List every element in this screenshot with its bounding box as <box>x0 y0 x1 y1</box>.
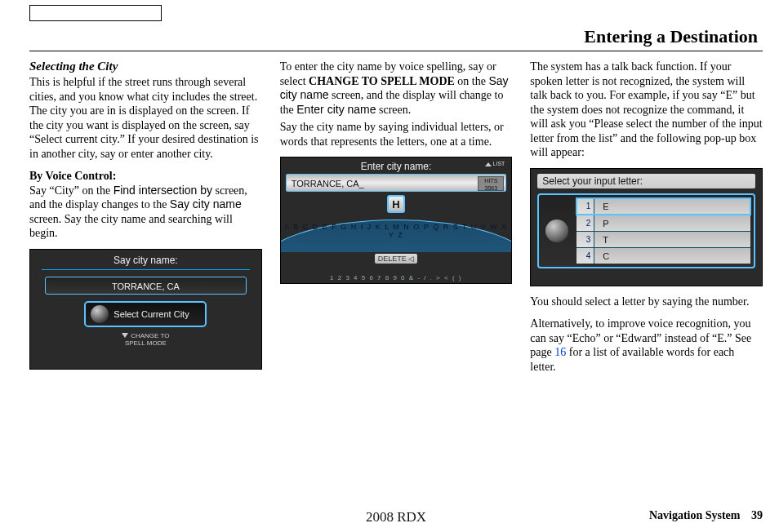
top-empty-box <box>29 5 162 21</box>
fig3-letter-list: 1 E 2 P 3 T 4 C <box>576 198 750 264</box>
col1-p2a: Say “City” on the <box>29 184 114 197</box>
fig3-knob-column <box>542 219 572 242</box>
col2-para1: To enter the city name by voice spelling… <box>280 60 513 117</box>
fig1-bottom-line2: SPELL MODE <box>125 339 167 347</box>
fig1-divider <box>42 269 250 270</box>
col1-para1: This is helpful if the street runs throu… <box>29 75 262 161</box>
col3-para2: You should select a letter by saying the… <box>530 295 763 309</box>
fig2-delete-label: DELETE <box>378 255 407 263</box>
subheading-selecting-city: Selecting the City <box>29 60 262 73</box>
fig1-button-label: Select Current City <box>114 309 189 319</box>
fig1-header: Say city name: <box>37 255 255 266</box>
fig2-hits-box: HITS3063 <box>478 176 504 191</box>
say-city-name-screen-1: Say city name <box>170 197 242 211</box>
fig3-row-letter: T <box>594 232 608 247</box>
fig2-input-value: TORRANCE, CA_ <box>292 179 364 188</box>
by-voice-control-label: By Voice Control: <box>29 170 116 182</box>
triangle-up-icon <box>485 162 492 166</box>
fig2-highlight-letter: H <box>387 195 405 213</box>
fig2-list-indicator: LIST <box>485 161 505 166</box>
fig2-header: Enter city name: <box>286 161 507 172</box>
page-footer: 2008 RDX Navigation System 39 <box>29 509 763 522</box>
fig2-arc-letters: A B C D E F G H I J K L M N O P Q R S T … <box>281 223 512 239</box>
figure-enter-city-name: Enter city name: LIST TORRANCE, CA_ HITS… <box>280 157 513 284</box>
enter-city-name-screen: Enter city name <box>296 103 376 116</box>
fig3-row-letter: C <box>594 248 609 264</box>
fig2-letter-arc: A B C D E F G H I J K L M N O P Q R S T … <box>281 215 512 252</box>
column-3: The system has a talk back function. If … <box>530 60 763 382</box>
content-columns: Selecting the City This is helpful if th… <box>29 60 763 382</box>
page-title: Entering a Destination <box>29 26 763 47</box>
fig3-row-letter: P <box>594 215 608 231</box>
column-2: To enter the city name by voice spelling… <box>280 60 513 382</box>
col3-para1: The system has a talk back function. If … <box>530 60 763 160</box>
list-item: 4 C <box>576 247 750 264</box>
list-item: 1 E <box>576 198 750 215</box>
column-1: Selecting the City This is helpful if th… <box>29 60 262 382</box>
fig3-row-num: 1 <box>576 198 594 215</box>
col2-para2: Say the city name by saying individual l… <box>280 120 513 149</box>
fig1-select-current-city-button: Select Current City <box>84 301 207 327</box>
fig2-hits-value: 3063 <box>485 185 498 191</box>
fig2-delete-button: DELETE ◁ <box>286 254 507 264</box>
fig1-bottom-line1: CHANGE TO <box>131 332 169 339</box>
change-to-spell-mode-label: CHANGE TO SPELL MODE <box>309 75 455 87</box>
triangle-down-icon <box>122 333 128 338</box>
fig2-input-field: TORRANCE, CA_ HITS3063 <box>286 174 507 192</box>
fig3-row-num: 3 <box>576 232 594 247</box>
fig3-row-num: 4 <box>576 248 594 264</box>
fig3-body: 1 E 2 P 3 T 4 C <box>537 193 755 268</box>
page-link-16[interactable]: 16 <box>554 346 566 358</box>
title-divider <box>29 51 763 51</box>
figure-select-input-letter: Select your input letter: 1 E 2 P 3 <box>530 168 763 286</box>
footer-right: Navigation System 39 <box>649 509 763 522</box>
footer-system-label: Navigation System <box>649 509 741 521</box>
fig3-row-num: 2 <box>576 215 594 231</box>
fig1-change-mode-label: CHANGE TO SPELL MODE <box>37 332 255 347</box>
list-item: 2 P <box>576 215 750 231</box>
fig3-header: Select your input letter: <box>537 174 755 188</box>
fig3-row-letter: E <box>594 198 608 215</box>
knob-icon <box>91 305 109 323</box>
col1-p2e: screen. Say the city name and searching … <box>29 213 233 240</box>
figure-say-city-name: Say city name: TORRANCE, CA Select Curre… <box>29 249 262 370</box>
fig2-list-label: LIST <box>493 161 505 166</box>
fig1-city-field: TORRANCE, CA <box>45 277 247 295</box>
col1-para2: By Voice Control: Say “City” on the Find… <box>29 169 262 241</box>
list-item: 3 T <box>576 231 750 247</box>
footer-page-number: 39 <box>751 509 763 521</box>
knob-icon <box>545 219 568 242</box>
col2-p1c: on the <box>455 75 489 87</box>
col3-para3: Alternatively, to improve voice recognit… <box>530 317 763 374</box>
col2-p1g: screen. <box>376 104 412 116</box>
fig2-number-row: 1 2 3 4 5 6 7 8 9 0 & - / . > < ( ) <box>281 274 512 282</box>
find-intersection-screen: Find intersection by <box>114 184 212 197</box>
fig2-hits-label: HITS <box>484 178 497 184</box>
